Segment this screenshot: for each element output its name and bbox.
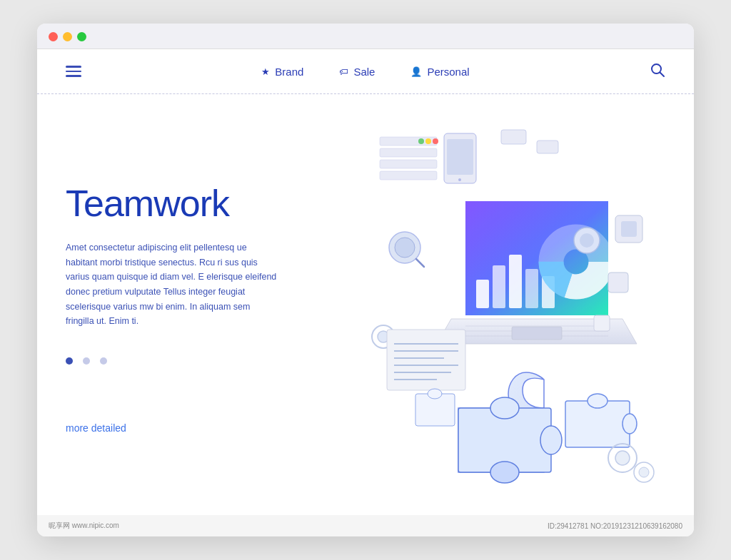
watermark-right: ID:29412781 NO:20191231210639162080 [548,522,682,530]
svg-rect-4 [380,160,437,168]
hero-title: Teamwork [66,182,366,225]
svg-rect-40 [621,221,637,237]
nav-links: ★ Brand 🏷 Sale 👤 Personal [261,66,469,78]
svg-rect-13 [537,141,558,153]
svg-point-8 [418,138,424,144]
hamburger-button[interactable] [66,66,81,77]
search-icon [650,62,665,78]
svg-point-15 [395,238,415,258]
svg-rect-31 [512,327,562,340]
tag-icon: 🏷 [339,66,348,77]
slide-dot-1[interactable] [66,357,73,365]
slide-indicators [66,357,366,365]
search-button[interactable] [650,62,665,81]
dot-yellow[interactable] [63,32,72,41]
nav-brand[interactable]: ★ Brand [261,66,303,78]
svg-point-46 [588,394,608,408]
slide-dot-3[interactable] [100,357,107,365]
browser-chrome [37,24,694,49]
svg-rect-57 [594,315,610,331]
svg-point-11 [458,178,461,181]
svg-rect-12 [501,130,526,144]
nav-sale-label: Sale [353,66,375,78]
dot-red[interactable] [49,32,58,41]
browser-content: ★ Brand 🏷 Sale 👤 Personal [37,49,694,515]
svg-rect-5 [380,171,437,180]
slide-dot-2[interactable] [83,357,90,365]
nav-sale[interactable]: 🏷 Sale [339,66,375,78]
svg-point-53 [639,467,649,477]
svg-point-47 [622,414,637,434]
nav-brand-label: Brand [275,66,303,78]
svg-point-7 [425,138,431,144]
svg-rect-32 [387,330,465,390]
svg-point-49 [428,389,442,399]
svg-point-55 [580,233,594,248]
svg-point-44 [490,462,519,483]
hero-left: Teamwork Amet consectetur adipiscing eli… [66,182,366,434]
svg-rect-56 [608,273,628,292]
person-icon: 👤 [410,66,422,77]
nav-personal-label: Personal [427,66,469,78]
star-icon: ★ [261,66,270,77]
nav-personal[interactable]: 👤 Personal [410,66,469,78]
svg-point-42 [490,397,519,419]
svg-rect-3 [380,148,437,157]
dot-green[interactable] [77,32,86,41]
browser-window: ★ Brand 🏷 Sale 👤 Personal [37,24,694,536]
svg-point-43 [540,426,562,454]
svg-line-16 [416,259,424,267]
svg-rect-10 [447,139,473,175]
svg-point-51 [615,451,630,465]
svg-point-6 [433,138,438,144]
watermark-bar: 昵享网 www.nipic.com ID:29412781 NO:2019123… [37,515,694,536]
hero-section: Teamwork Amet consectetur adipiscing eli… [37,94,694,515]
navbar: ★ Brand 🏷 Sale 👤 Personal [37,49,694,94]
more-detailed-link[interactable]: more detailed [66,422,126,434]
browser-dots [49,32,682,41]
svg-line-1 [660,73,665,77]
watermark-left: 昵享网 www.nipic.com [49,521,119,531]
hero-description: Amet consectetur adipiscing elit pellent… [66,240,280,329]
hero-illustration [366,130,665,487]
svg-rect-27 [465,201,608,315]
